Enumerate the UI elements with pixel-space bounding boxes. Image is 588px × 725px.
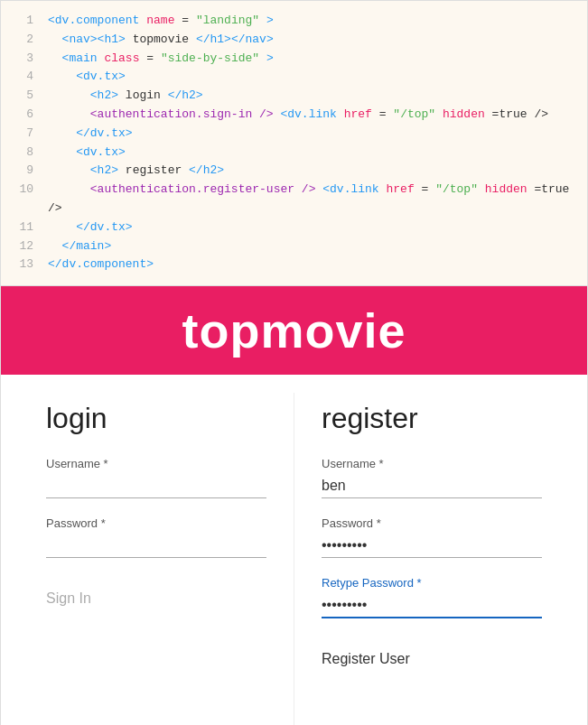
tag: <dv.component	[48, 14, 139, 27]
register-username-label: Username *	[322, 457, 542, 470]
login-username-group: Username *	[46, 457, 266, 498]
code-line-1: 1 <dv.component name = "landing" >	[1, 12, 587, 31]
app-container: topmovie login Username * Password * Sig…	[0, 286, 588, 725]
app-nav: topmovie	[1, 286, 587, 375]
register-retype-input[interactable]	[322, 593, 542, 618]
app-main: login Username * Password * Sign In regi…	[1, 375, 587, 725]
line-number: 2	[12, 31, 33, 50]
code-editor: 1 <dv.component name = "landing" > 2 <na…	[0, 0, 588, 286]
line-number: 8	[12, 144, 33, 163]
code-line-12: 12 </main>	[1, 237, 587, 256]
code-line-4: 4 <dv.tx>	[1, 68, 587, 87]
login-title: login	[46, 402, 266, 435]
line-number: 3	[12, 50, 33, 69]
register-password-label: Password *	[322, 516, 542, 530]
line-number: 5	[12, 87, 33, 106]
line-number: 13	[12, 256, 33, 274]
code-line-6: 6 <authentication.sign-in /> <dv.link hr…	[1, 106, 587, 125]
register-password-input[interactable]	[322, 534, 542, 558]
attr-name: name	[146, 14, 174, 27]
code-line-8: 8 <dv.tx>	[1, 144, 587, 163]
code-line-5: 5 <h2> login </h2>	[1, 87, 587, 106]
register-user-button[interactable]: Register User	[322, 644, 410, 674]
attr-value: "landing"	[196, 14, 259, 27]
login-username-label: Username *	[46, 457, 266, 470]
register-section: register Username * Password * Retype Pa…	[303, 393, 560, 725]
line-number: 12	[12, 237, 33, 256]
line-number: 11	[12, 218, 33, 237]
register-username-group: Username *	[322, 457, 542, 498]
code-line-9: 9 <h2> register </h2>	[1, 162, 587, 181]
register-retype-label: Retype Password *	[322, 576, 542, 590]
login-password-input[interactable]	[46, 534, 266, 558]
line-number: 6	[12, 106, 33, 125]
code-line-10: 10 <authentication.register-user /> <dv.…	[1, 181, 587, 218]
login-password-label: Password *	[46, 516, 266, 530]
code-line-13: 13 </dv.component>	[1, 256, 587, 274]
login-submit-group: Sign In	[46, 576, 266, 614]
line-number: 9	[12, 162, 33, 181]
app-title: topmovie	[17, 302, 571, 358]
section-divider	[294, 393, 294, 725]
code-line-11: 11 </dv.tx>	[1, 218, 587, 237]
login-section: login Username * Password * Sign In	[28, 393, 285, 725]
register-password-group: Password *	[322, 516, 542, 558]
code-line-7: 7 </dv.tx>	[1, 125, 587, 144]
line-number: 7	[12, 125, 33, 144]
register-submit-group: Register User	[322, 637, 542, 674]
line-number: 1	[12, 12, 33, 31]
sign-in-button[interactable]: Sign In	[46, 583, 91, 614]
register-retype-group: Retype Password *	[322, 576, 542, 618]
line-number: 10	[12, 181, 33, 218]
register-title: register	[322, 402, 542, 435]
login-password-group: Password *	[46, 516, 266, 558]
line-number: 4	[12, 68, 33, 87]
code-line-2: 2 <nav><h1> topmovie </h1></nav>	[1, 31, 587, 50]
login-username-input[interactable]	[46, 474, 266, 498]
register-username-input[interactable]	[322, 474, 542, 498]
code-line-3: 3 <main class = "side-by-side" >	[1, 50, 587, 69]
